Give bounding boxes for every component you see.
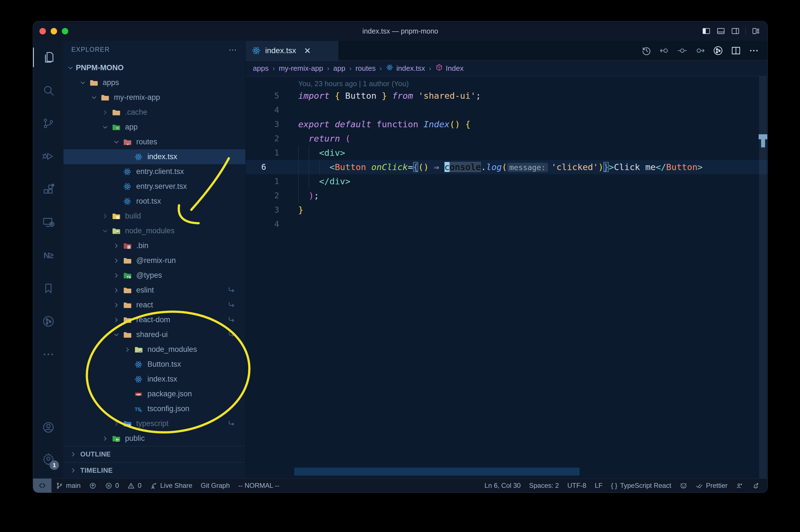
activity-search-icon[interactable] bbox=[33, 74, 63, 107]
tree-item-root-tsx[interactable]: root.tsx bbox=[63, 194, 245, 209]
status-feedback[interactable] bbox=[732, 479, 748, 493]
vscode-window: index.tsx — pnpm-mono N≥1 EXPLORER ⋯ PNP… bbox=[33, 21, 768, 493]
breadcrumb-my-remix-app[interactable]: my-remix-app bbox=[279, 64, 323, 73]
layout-sidebar-left-icon[interactable] bbox=[702, 26, 711, 36]
status-git-branch[interactable]: main bbox=[52, 479, 85, 493]
code-line[interactable]: 3export default function Index() { bbox=[246, 117, 767, 131]
breadcrumb-app[interactable]: app bbox=[333, 64, 345, 73]
tree-item-react-dom[interactable]: react-dom bbox=[63, 312, 245, 327]
status-indentation[interactable]: Spaces: 2 bbox=[525, 479, 563, 493]
next-commit-icon[interactable] bbox=[695, 45, 705, 56]
layout-sidebar-right-icon[interactable] bbox=[731, 26, 740, 36]
tree-item-tsconfig-json[interactable]: TS⚙tsconfig.json bbox=[63, 401, 245, 416]
activity-account-icon[interactable] bbox=[33, 412, 63, 443]
status-live-share[interactable]: Live Share bbox=[146, 479, 197, 493]
code-line[interactable]: 2 ); bbox=[246, 189, 767, 203]
tree-item--cache[interactable]: .cache bbox=[63, 105, 245, 120]
code-line[interactable]: 4 bbox=[246, 217, 767, 231]
tree-item-typescript[interactable]: TStypescript bbox=[63, 416, 245, 431]
line-number: 5 bbox=[246, 89, 282, 103]
layout-panel-icon[interactable] bbox=[716, 26, 725, 36]
code-line[interactable]: 3} bbox=[246, 203, 767, 217]
tree-item-label: shared-ui bbox=[136, 330, 168, 339]
status-errors[interactable]: 0 bbox=[101, 479, 123, 493]
status-encoding[interactable]: UTF-8 bbox=[563, 479, 590, 493]
breadcrumb-index[interactable]: Index bbox=[435, 63, 464, 73]
activity-settings-icon[interactable]: 1 bbox=[33, 443, 63, 474]
breadcrumb-routes[interactable]: routes bbox=[356, 64, 376, 73]
more-actions-icon[interactable]: ⋯ bbox=[229, 45, 237, 55]
tree-item--bin[interactable]: 0110.bin bbox=[63, 238, 245, 253]
tree-item-react[interactable]: react bbox=[63, 298, 245, 312]
activity-more-views-icon[interactable] bbox=[33, 338, 63, 371]
breadcrumb-index-tsx[interactable]: index.tsx bbox=[386, 63, 425, 73]
tree-item-node-modules[interactable]: JSnode_modules bbox=[63, 224, 245, 238]
tree-item-my-remix-app[interactable]: my-remix-app bbox=[63, 90, 245, 105]
timeline-history-icon[interactable] bbox=[641, 45, 652, 56]
tree-item-build[interactable]: build bbox=[63, 209, 245, 224]
status-sync[interactable] bbox=[85, 479, 101, 493]
code-line[interactable]: 1 </div> bbox=[246, 174, 767, 189]
section-outline[interactable]: OUTLINE bbox=[63, 446, 245, 462]
tree-item-shared-ui[interactable]: shared-ui bbox=[63, 327, 245, 342]
code-line[interactable]: 1 <div> bbox=[246, 146, 767, 160]
editor-toolbar bbox=[641, 41, 767, 60]
code-line[interactable]: 2 return ( bbox=[246, 131, 767, 146]
activity-bookmarks-icon[interactable] bbox=[33, 272, 63, 305]
tree-item-label: .bin bbox=[136, 241, 149, 250]
tree-item-node-modules[interactable]: JSnode_modules bbox=[63, 342, 245, 357]
breadcrumb-apps[interactable]: apps bbox=[253, 64, 268, 73]
status-warnings[interactable]: 0 bbox=[123, 479, 146, 493]
tree-root-pnpm-mono[interactable]: PNPM-MONO bbox=[63, 60, 245, 75]
close-window-button[interactable] bbox=[39, 28, 46, 34]
section-timeline[interactable]: TIMELINE bbox=[63, 462, 245, 478]
activity-git-graph-icon[interactable] bbox=[33, 305, 63, 338]
activity-extensions-icon[interactable] bbox=[33, 173, 63, 206]
chevron-spacer bbox=[111, 182, 122, 191]
minimize-window-button[interactable] bbox=[51, 28, 57, 34]
tab-index-tsx[interactable]: index.tsx ✕ bbox=[246, 41, 339, 60]
code-line-current[interactable]: 6 <Button onClick={() ⇒ console.log(mess… bbox=[246, 160, 767, 174]
zoom-window-button[interactable] bbox=[62, 28, 68, 34]
status-formatter[interactable]: Prettier bbox=[691, 479, 732, 493]
activity-explorer-icon[interactable] bbox=[33, 41, 63, 74]
tree-item-public[interactable]: public bbox=[63, 431, 245, 446]
activity-remote-explorer-icon[interactable] bbox=[33, 206, 63, 239]
status-eol[interactable]: LF bbox=[590, 479, 607, 493]
more-actions-icon[interactable] bbox=[748, 45, 759, 56]
split-editor-icon[interactable] bbox=[731, 45, 741, 56]
layout-customize-icon[interactable] bbox=[751, 26, 760, 36]
horizontal-scrollbar[interactable] bbox=[294, 468, 579, 475]
close-tab-icon[interactable]: ✕ bbox=[304, 46, 311, 56]
tree-item-button-tsx[interactable]: Button.tsx bbox=[63, 357, 245, 372]
overview-ruler-marker bbox=[759, 134, 767, 139]
status-notifications[interactable] bbox=[748, 479, 764, 493]
activity-source-control-icon[interactable] bbox=[33, 107, 63, 140]
current-commit-icon[interactable] bbox=[677, 45, 688, 56]
status-git-graph[interactable]: Git Graph bbox=[197, 479, 234, 493]
tree-item--remix-run[interactable]: @remix-run bbox=[63, 253, 245, 268]
remote-indicator[interactable] bbox=[33, 479, 52, 493]
remote-icon bbox=[38, 481, 46, 490]
status-github[interactable] bbox=[675, 479, 691, 493]
code-line[interactable]: 4 bbox=[246, 103, 767, 117]
tree-item-entry-client-tsx[interactable]: entry.client.tsx bbox=[63, 164, 245, 179]
code-editor[interactable]: You, 23 hours ago | 1 author (You)5impor… bbox=[246, 76, 767, 478]
git-graph-icon[interactable] bbox=[713, 45, 723, 56]
tree-item-package-json[interactable]: npmpackage.json bbox=[63, 386, 245, 401]
activity-run-debug-icon[interactable] bbox=[33, 140, 63, 173]
tree-item-app[interactable]: ⚙app bbox=[63, 120, 245, 135]
prev-commit-icon[interactable] bbox=[659, 45, 670, 56]
status-language-mode[interactable]: { }TypeScript React bbox=[607, 479, 675, 493]
tree-item-routes[interactable]: routes bbox=[63, 135, 245, 149]
status-vim-mode[interactable]: -- NORMAL -- bbox=[234, 479, 284, 493]
tree-item-index-tsx[interactable]: index.tsx bbox=[63, 372, 245, 386]
tree-item-entry-server-tsx[interactable]: entry.server.tsx bbox=[63, 179, 245, 194]
tree-item-eslint[interactable]: eslint bbox=[63, 283, 245, 298]
activity-nx-console-icon[interactable]: N≥ bbox=[33, 239, 63, 272]
tree-item-apps[interactable]: apps bbox=[63, 75, 245, 90]
status-cursor-position[interactable]: Ln 6, Col 30 bbox=[480, 479, 525, 493]
tree-item--types[interactable]: TS@types bbox=[63, 268, 245, 283]
code-line[interactable]: 5import { Button } from 'shared-ui'; bbox=[246, 89, 767, 103]
tree-item-index-tsx[interactable]: index.tsx bbox=[63, 149, 245, 164]
